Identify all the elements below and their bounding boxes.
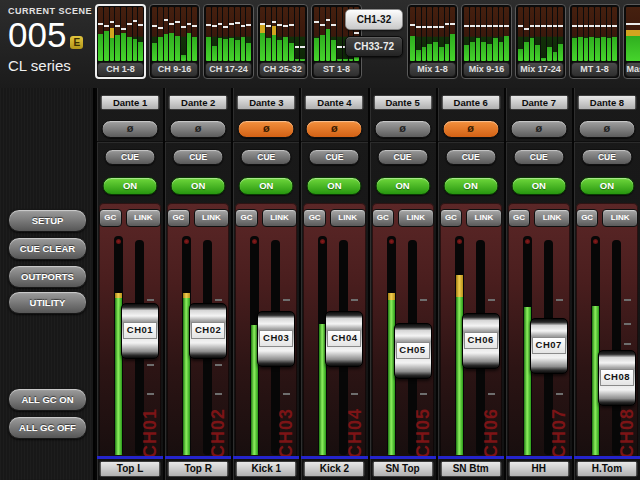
cue-button[interactable]: CUE xyxy=(377,149,428,165)
fader-position-dash xyxy=(572,25,577,27)
meter-level-bar xyxy=(578,37,583,61)
link-button[interactable]: LINK xyxy=(330,209,366,227)
fader-position-dash xyxy=(187,23,192,25)
channel-strip-5: Dante 5øCUEONGCLINKCH05CH05SN Top xyxy=(368,88,436,480)
channel-id-text: CH05 xyxy=(413,386,434,458)
phase-button[interactable]: ø xyxy=(374,120,431,138)
sidebar-button-setup[interactable]: SETUP xyxy=(8,209,87,232)
fader-position-dash xyxy=(110,21,115,23)
link-button[interactable]: LINK xyxy=(194,209,230,227)
fader-cap[interactable]: CH06 xyxy=(462,313,500,369)
meter-block-mix-1-8[interactable]: Mix 1-8 xyxy=(407,4,458,79)
fader-cap[interactable]: CH02 xyxy=(189,303,227,359)
strip-divider xyxy=(438,141,504,143)
bank-button-ch1-32[interactable]: CH1-32 xyxy=(345,9,403,30)
meter-block-ch-17-24[interactable]: CH 17-24 xyxy=(203,4,254,79)
fader-cap[interactable]: CH01 xyxy=(121,303,159,359)
on-button[interactable]: ON xyxy=(375,177,430,195)
meter-column xyxy=(493,7,498,61)
meter-block-ch-1-8[interactable]: CH 1-8 xyxy=(95,4,146,79)
on-button[interactable]: ON xyxy=(443,177,498,195)
meter-level-bar xyxy=(326,29,331,61)
cue-button[interactable]: CUE xyxy=(105,149,156,165)
on-button[interactable]: ON xyxy=(307,177,362,195)
cue-button[interactable]: CUE xyxy=(241,149,292,165)
meter-column xyxy=(504,7,509,61)
strip-divider xyxy=(97,141,163,143)
on-button[interactable]: ON xyxy=(171,177,226,195)
cue-button[interactable]: CUE xyxy=(513,149,564,165)
sidebar-button-all-gc-on[interactable]: ALL GC ON xyxy=(8,388,87,411)
meter-block-mt-1-8[interactable]: MT 1-8 xyxy=(569,4,620,79)
gc-link-row: GCLINK xyxy=(235,209,297,227)
cue-button[interactable]: CUE xyxy=(309,149,360,165)
cue-button[interactable]: CUE xyxy=(173,149,224,165)
on-button[interactable]: ON xyxy=(239,177,294,195)
meter-column xyxy=(187,7,192,61)
fader-panel: GCLINKCH04CH04 xyxy=(303,203,365,458)
meter-block-ch-25-32[interactable]: CH 25-32 xyxy=(257,4,308,79)
fader-cap[interactable]: CH03 xyxy=(257,311,295,367)
meter-block-master[interactable]: Master xyxy=(623,4,640,79)
meter-level-bar xyxy=(246,43,251,61)
meter-block-mix-17-24[interactable]: Mix 17-24 xyxy=(515,4,566,79)
sidebar-button-cue-clear[interactable]: CUE CLEAR xyxy=(8,237,87,260)
on-button[interactable]: ON xyxy=(511,177,566,195)
fader-cap[interactable]: CH07 xyxy=(530,318,568,374)
phase-button[interactable]: ø xyxy=(578,120,635,138)
gain-compensation-button[interactable]: GC xyxy=(576,209,599,227)
meter-column xyxy=(295,7,300,61)
fader-cap-label: CH08 xyxy=(600,369,634,386)
phase-button[interactable]: ø xyxy=(510,120,567,138)
fader-position-dash xyxy=(241,25,246,27)
link-button[interactable]: LINK xyxy=(262,209,298,227)
link-button[interactable]: LINK xyxy=(398,209,434,227)
fader-position-dash xyxy=(584,25,589,27)
phase-button[interactable]: ø xyxy=(306,120,363,138)
fader-scale-tick xyxy=(215,364,222,366)
meter-level-bar xyxy=(121,33,126,61)
meter-column xyxy=(272,7,277,61)
fader-panel: GCLINKCH05CH05 xyxy=(372,203,434,458)
clip-led xyxy=(320,239,325,244)
gain-compensation-button[interactable]: GC xyxy=(508,209,531,227)
cue-button[interactable]: CUE xyxy=(445,149,496,165)
gain-compensation-button[interactable]: GC xyxy=(440,209,463,227)
meter-block-mix-9-16[interactable]: Mix 9-16 xyxy=(461,4,512,79)
sidebar-button-outports[interactable]: OUTPORTS xyxy=(8,265,87,288)
phase-button[interactable]: ø xyxy=(170,120,227,138)
meter-column xyxy=(547,7,552,61)
phase-button[interactable]: ø xyxy=(442,120,499,138)
meter-column xyxy=(138,7,143,61)
clip-led xyxy=(252,239,257,244)
phase-button[interactable]: ø xyxy=(238,120,295,138)
gain-compensation-button[interactable]: GC xyxy=(303,209,326,227)
gc-link-row: GCLINK xyxy=(440,209,502,227)
sidebar-button-all-gc-off[interactable]: ALL GC OFF xyxy=(8,416,87,439)
gain-compensation-button[interactable]: GC xyxy=(99,209,122,227)
on-button[interactable]: ON xyxy=(103,177,158,195)
fader-cap[interactable]: CH04 xyxy=(325,311,363,367)
meter-level-bar xyxy=(439,47,444,61)
sidebar-button-utility[interactable]: UTILITY xyxy=(8,291,87,314)
gain-compensation-button[interactable]: GC xyxy=(372,209,395,227)
gain-compensation-button[interactable]: GC xyxy=(167,209,190,227)
bank-button-ch33-72[interactable]: CH33-72 xyxy=(345,36,403,57)
link-button[interactable]: LINK xyxy=(126,209,162,227)
fader-scale-tick xyxy=(488,299,495,301)
meter-block-ch-9-16[interactable]: CH 9-16 xyxy=(149,4,200,79)
meter-level-bar xyxy=(212,46,217,61)
link-button[interactable]: LINK xyxy=(602,209,638,227)
phase-button[interactable]: ø xyxy=(102,120,159,138)
link-button[interactable]: LINK xyxy=(466,209,502,227)
meter-level-bar xyxy=(410,36,415,61)
cue-button[interactable]: CUE xyxy=(581,149,632,165)
meter-column xyxy=(553,7,558,61)
link-button[interactable]: LINK xyxy=(534,209,570,227)
fader-cap[interactable]: CH05 xyxy=(394,323,432,379)
fader-position-dash xyxy=(115,25,120,27)
meter-level-bar xyxy=(427,44,432,61)
fader-position-dash xyxy=(314,21,319,23)
on-button[interactable]: ON xyxy=(579,177,634,195)
gain-compensation-button[interactable]: GC xyxy=(235,209,258,227)
